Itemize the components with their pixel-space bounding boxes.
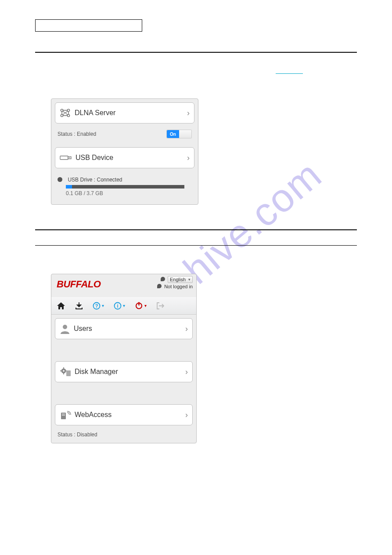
usb-status-area: USB Drive : Connected 0.1 GB / 3.7 GB xyxy=(51,172,198,204)
dropdown-arrow-icon: ▾ xyxy=(188,277,191,282)
disk-sub-area xyxy=(51,386,196,401)
webaccess-status-label: Status : Disabled xyxy=(58,432,97,438)
svg-text:?: ? xyxy=(95,303,98,308)
users-row[interactable]: Users › xyxy=(55,318,193,339)
home-icon[interactable] xyxy=(57,302,65,310)
svg-text:i: i xyxy=(117,303,118,308)
disk-manager-row[interactable]: Disk Manager › xyxy=(55,361,193,382)
power-icon[interactable]: ▾ xyxy=(135,301,147,310)
usb-title: USB Device xyxy=(76,154,113,162)
svg-rect-18 xyxy=(60,370,61,371)
users-title: Users xyxy=(74,325,92,333)
svg-point-1 xyxy=(67,109,69,111)
dlna-status-area: Status : Enabled On xyxy=(51,127,198,144)
user-mini-icon xyxy=(161,277,165,281)
usb-status-dot-icon xyxy=(58,177,62,182)
header-empty-box xyxy=(35,19,142,32)
dropdown-arrow-icon: ▾ xyxy=(102,303,104,308)
usb-capacity-fill xyxy=(66,185,72,189)
dlna-toggle[interactable]: On xyxy=(166,130,192,138)
svg-point-0 xyxy=(61,109,63,111)
usb-device-row[interactable]: USB Device › xyxy=(55,147,194,168)
language-select[interactable]: English ▾ xyxy=(168,276,193,283)
chevron-right-icon: › xyxy=(185,367,188,377)
chevron-right-icon: › xyxy=(187,109,190,118)
dropdown-arrow-icon: ▾ xyxy=(144,303,147,308)
svg-rect-22 xyxy=(62,414,65,414)
svg-rect-16 xyxy=(63,367,64,369)
svg-rect-20 xyxy=(66,370,71,376)
router-icon xyxy=(60,410,71,420)
svg-point-15 xyxy=(63,370,65,372)
chevron-right-icon: › xyxy=(185,410,188,420)
panel-toolbar: ? ▾ i ▾ ▾ xyxy=(51,297,196,315)
dlna-icon xyxy=(60,108,71,118)
dlna-status-label: Status : Enabled xyxy=(58,131,96,137)
panel-topbar: BUFFALO English ▾ Not logged in xyxy=(51,274,196,297)
svg-rect-17 xyxy=(63,373,64,374)
download-icon[interactable] xyxy=(75,302,83,310)
dlna-title: DLNA Server xyxy=(75,109,115,117)
webaccess-title: WebAccess xyxy=(75,411,111,419)
disk-title: Disk Manager xyxy=(75,368,118,376)
webaccess-row[interactable]: WebAccess › xyxy=(55,404,193,425)
user-icon xyxy=(60,323,70,334)
dropdown-arrow-icon: ▾ xyxy=(123,303,125,308)
usb-drive-label: USB Drive : Connected xyxy=(68,177,122,183)
login-status: Not logged in xyxy=(164,284,193,289)
buffalo-admin-panel: BUFFALO English ▾ Not logged in xyxy=(51,274,197,443)
divider-3 xyxy=(35,245,357,246)
language-value: English xyxy=(170,277,186,282)
divider-2 xyxy=(35,229,357,230)
settings-panel-dlna-usb: DLNA Server › Status : Enabled On USB De… xyxy=(51,98,198,205)
svg-point-3 xyxy=(67,114,69,116)
info-icon[interactable]: i ▾ xyxy=(114,302,125,310)
section-link[interactable] xyxy=(276,68,303,74)
svg-rect-4 xyxy=(60,156,68,160)
logout-icon[interactable] xyxy=(156,302,164,310)
usb-size-label: 0.1 GB / 3.7 GB xyxy=(66,190,192,196)
gear-disk-icon xyxy=(60,367,71,377)
webaccess-status-area: Status : Disabled xyxy=(51,429,196,443)
user-mini-icon xyxy=(157,284,162,288)
help-icon[interactable]: ? ▾ xyxy=(93,302,104,310)
brand-logo: BUFFALO xyxy=(57,279,101,290)
usb-icon xyxy=(60,155,72,161)
chevron-right-icon: › xyxy=(185,324,188,334)
svg-point-13 xyxy=(63,325,67,329)
dlna-server-row[interactable]: DLNA Server › xyxy=(55,102,194,123)
usb-capacity-bar xyxy=(66,185,184,189)
toggle-on-label: On xyxy=(167,130,179,138)
chevron-right-icon: › xyxy=(187,153,190,163)
divider-1 xyxy=(35,52,357,53)
users-sub-area xyxy=(51,343,196,358)
svg-point-2 xyxy=(61,114,63,116)
svg-rect-23 xyxy=(62,415,65,416)
